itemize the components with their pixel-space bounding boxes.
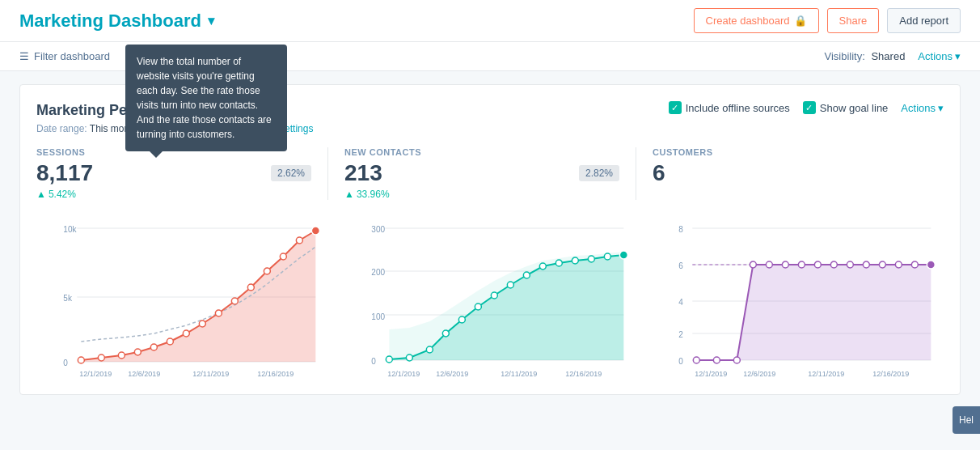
svg-text:12/1/2019: 12/1/2019 [79, 370, 112, 378]
svg-point-38 [475, 304, 481, 310]
svg-point-64 [714, 357, 720, 363]
customers-chart-svg: 8 6 4 2 0 [652, 216, 944, 378]
svg-point-39 [491, 292, 497, 299]
svg-point-63 [694, 357, 700, 363]
sessions-chart: 10k 5k 0 [36, 216, 328, 378]
svg-text:12/1/2019: 12/1/2019 [695, 370, 728, 378]
contacts-chart-svg: 300 200 100 0 [344, 216, 636, 378]
svg-text:4: 4 [679, 298, 684, 307]
svg-text:12/6/2019: 12/6/2019 [128, 370, 160, 378]
svg-point-68 [783, 261, 789, 268]
svg-point-20 [311, 227, 319, 235]
svg-point-43 [555, 260, 562, 266]
metric-customers: CUSTOMERS 6 [636, 147, 944, 200]
filter-bar-actions-button[interactable]: Actions ▾ [918, 50, 961, 62]
customers-chart: 8 6 4 2 0 [652, 216, 944, 378]
svg-text:5k: 5k [63, 294, 73, 303]
add-report-button[interactable]: Add report [887, 8, 961, 33]
svg-text:12/16/2019: 12/16/2019 [257, 370, 294, 378]
actions-label: Actions [918, 50, 953, 62]
svg-point-8 [118, 352, 125, 359]
share-button[interactable]: Share [827, 8, 880, 33]
show-goal-label: Show goal line [820, 102, 889, 114]
svg-point-19 [296, 237, 302, 244]
svg-point-16 [247, 284, 254, 291]
contacts-change: ▲ 33.96% [344, 189, 619, 200]
report-controls: ✓ Include offline sources ✓ Show goal li… [669, 101, 944, 114]
filter-icon: ☰ [19, 50, 29, 62]
include-offline-check-icon: ✓ [669, 101, 682, 114]
show-goal-check-icon: ✓ [803, 101, 816, 114]
metric-sessions: SESSIONS 8,117 2.62% ▲ 5.42% [36, 147, 327, 200]
report-actions-button[interactable]: Actions ▾ [901, 102, 944, 114]
show-goal-line-checkbox[interactable]: ✓ Show goal line [803, 101, 889, 114]
contacts-value-row: 213 2.82% [344, 160, 619, 186]
lock-icon: 🔒 [794, 15, 807, 27]
arrow-indicator: ← [229, 101, 245, 120]
svg-text:2: 2 [679, 330, 684, 339]
svg-point-69 [799, 261, 805, 268]
share-label: Share [839, 15, 868, 27]
svg-point-77 [927, 261, 936, 269]
report-settings-link[interactable]: Report settings [248, 123, 314, 134]
top-bar: Marketing Dashboard ▾ Create dashboard 🔒… [0, 0, 980, 42]
actions-dropdown-icon: ▾ [955, 50, 961, 62]
contacts-label: NEW CONTACTS [344, 147, 619, 157]
svg-point-15 [231, 298, 238, 304]
visibility-label: Visibility: [824, 50, 864, 62]
report-actions-label: Actions [901, 102, 936, 114]
svg-text:0: 0 [63, 359, 68, 367]
add-report-label: Add report [899, 15, 948, 27]
report-meta: Date range: This month so far | Frequenc… [36, 123, 944, 134]
sessions-up-icon: ▲ [36, 189, 46, 200]
report-title: Marketing Performance i [36, 102, 218, 119]
svg-point-65 [734, 357, 741, 363]
svg-point-76 [912, 261, 919, 268]
svg-point-13 [199, 321, 205, 327]
svg-text:8: 8 [679, 225, 684, 234]
svg-text:12/6/2019: 12/6/2019 [744, 370, 776, 378]
svg-point-40 [507, 282, 513, 288]
svg-point-17 [264, 268, 270, 274]
top-bar-actions: Create dashboard 🔒 Share Add report [694, 8, 961, 33]
svg-text:12/16/2019: 12/16/2019 [873, 370, 910, 378]
contacts-badge: 2.82% [579, 165, 619, 181]
report-header: Marketing Performance i ← ✓ Include offl… [36, 101, 944, 120]
contacts-chart: 300 200 100 0 [344, 216, 636, 378]
svg-text:12/11/2019: 12/11/2019 [192, 370, 229, 378]
sessions-badge: 2.62% [271, 165, 311, 181]
svg-point-7 [98, 354, 104, 361]
report-card: Marketing Performance i ← ✓ Include offl… [19, 84, 961, 395]
svg-text:12/16/2019: 12/16/2019 [565, 370, 602, 378]
create-dashboard-button[interactable]: Create dashboard 🔒 [694, 8, 819, 33]
sessions-change-value: 5.42% [49, 189, 76, 200]
svg-point-37 [458, 316, 465, 323]
create-dashboard-label: Create dashboard [706, 15, 790, 27]
title-dropdown-icon[interactable]: ▾ [208, 13, 214, 28]
filter-dashboard-button[interactable]: ☰ Filter dashboard [19, 50, 110, 62]
svg-point-41 [523, 272, 530, 278]
filter-right: Visibility: Shared Actions ▾ [824, 50, 961, 62]
info-icon[interactable]: i [205, 104, 218, 117]
svg-point-6 [78, 357, 84, 363]
svg-point-36 [442, 330, 449, 337]
svg-point-12 [183, 330, 189, 337]
svg-point-44 [572, 257, 578, 264]
svg-text:12/1/2019: 12/1/2019 [387, 370, 420, 378]
include-offline-checkbox[interactable]: ✓ Include offline sources [669, 101, 790, 114]
title-text: Marketing Dashboard [19, 11, 201, 32]
svg-point-46 [604, 253, 610, 260]
svg-point-14 [215, 310, 222, 316]
visibility-section: Visibility: Shared [824, 50, 905, 62]
charts-row: 10k 5k 0 [36, 216, 944, 378]
svg-point-72 [847, 261, 854, 268]
svg-point-33 [386, 356, 392, 363]
svg-point-34 [406, 354, 412, 361]
svg-point-11 [167, 338, 173, 345]
metrics-row: SESSIONS 8,117 2.62% ▲ 5.42% NEW CONTACT… [36, 147, 944, 200]
svg-point-10 [150, 344, 157, 350]
visibility-value: Shared [871, 50, 905, 62]
filter-label: Filter dashboard [34, 50, 110, 62]
svg-point-42 [539, 263, 546, 270]
help-button[interactable]: Hel [953, 406, 980, 408]
